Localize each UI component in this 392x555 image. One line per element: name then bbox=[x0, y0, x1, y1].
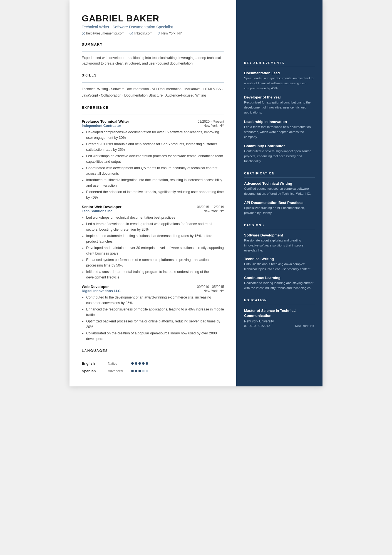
experience-section: EXPERIENCE Freelance Technical Writer 01… bbox=[82, 106, 224, 342]
link-icon bbox=[130, 32, 133, 35]
svg-point-2 bbox=[158, 33, 159, 33]
exp-job-title: Web Developer bbox=[82, 285, 109, 289]
lang-name: Spanish bbox=[82, 369, 101, 373]
achievements-section-title: KEY ACHIEVEMENTS bbox=[244, 61, 315, 65]
exp-bullet: Created 20+ user manuals and help sectio… bbox=[86, 141, 224, 152]
exp-bullet: Initiated a cross-departmental training … bbox=[86, 269, 224, 280]
exp-dates: 09/2010 - 05/2015 bbox=[197, 285, 224, 289]
exp-bullet: Collaborated on the creation of a popula… bbox=[86, 330, 224, 342]
cert-item: Advanced Technical Writing Certified cou… bbox=[244, 181, 315, 196]
achievement-item: Documentation Lead Spearheaded a major d… bbox=[244, 71, 315, 91]
email-contact: help@resumementor.com bbox=[82, 31, 125, 35]
certification-section: CERTIFICATION Advanced Technical Writing… bbox=[244, 172, 315, 216]
exp-bullet: Developed comprehensive documentation fo… bbox=[86, 129, 224, 140]
summary-section: SUMMARY Experienced web developer transi… bbox=[82, 43, 224, 66]
cert-title: Advanced Technical Writing bbox=[244, 181, 315, 186]
lang-dot bbox=[142, 362, 145, 365]
passion-title: Technical Writing bbox=[244, 257, 315, 261]
passion-title: Software Development bbox=[244, 233, 315, 237]
edu-degree: Master of Science in Technical Communica… bbox=[244, 308, 315, 318]
email-icon bbox=[82, 32, 85, 35]
experience-item: Web Developer 09/2010 - 05/2015 Digital … bbox=[82, 285, 224, 342]
cert-items-container: Advanced Technical Writing Certified cou… bbox=[244, 181, 315, 216]
exp-bullet: Implemented automated testing solutions … bbox=[86, 233, 224, 244]
passion-desc: Dedicated to lifelong learning and stayi… bbox=[244, 281, 315, 291]
exp-job-title: Senior Web Developer bbox=[82, 205, 121, 209]
candidate-title: Technical Writer | Software Documentatio… bbox=[82, 25, 224, 29]
exp-bullets-list: Developed comprehensive documentation fo… bbox=[82, 129, 224, 200]
resume-page: GABRIEL BAKER Technical Writer | Softwar… bbox=[70, 0, 322, 386]
exp-sub-header-row: Independent Contractor New York, NY bbox=[82, 124, 224, 128]
achievements-divider bbox=[244, 67, 315, 67]
experience-item: Freelance Technical Writer 01/2020 - Pre… bbox=[82, 119, 224, 200]
edu-items-container: Master of Science in Technical Communica… bbox=[244, 308, 315, 327]
passion-item: Software Development Passionate about ex… bbox=[244, 233, 315, 253]
exp-bullet: Introduced multimedia integration into d… bbox=[86, 177, 224, 188]
achievements-section: KEY ACHIEVEMENTS Documentation Lead Spea… bbox=[244, 61, 315, 164]
exp-bullet: Led workshops on effective documentation… bbox=[86, 153, 224, 164]
header-block: GABRIEL BAKER Technical Writer | Softwar… bbox=[82, 13, 224, 35]
exp-location: New York, NY bbox=[204, 124, 224, 128]
exp-bullet: Led a team of developers in creating rob… bbox=[86, 221, 224, 232]
passions-section: PASSIONS Software Development Passionate… bbox=[244, 223, 315, 291]
left-column: GABRIEL BAKER Technical Writer | Softwar… bbox=[70, 0, 236, 386]
languages-items-container: English Native Spanish Advanced bbox=[82, 361, 224, 373]
achievement-title: Documentation Lead bbox=[244, 71, 315, 75]
edu-dates-row: 01/2010 - 01/2012 New York, NY bbox=[244, 324, 315, 327]
passion-item: Technical Writing Enthusiastic about bre… bbox=[244, 257, 315, 272]
exp-bullets-list: Contributed to the development of an awa… bbox=[82, 295, 224, 342]
exp-company: Tech Solutions Inc. bbox=[82, 209, 113, 213]
achievements-items-container: Documentation Lead Spearheaded a major d… bbox=[244, 71, 315, 164]
lang-dot bbox=[146, 370, 148, 372]
language-item: English Native bbox=[82, 361, 224, 366]
certification-divider bbox=[244, 177, 315, 177]
exp-bullet: Optimized backend processes for major on… bbox=[86, 319, 224, 330]
summary-section-title: SUMMARY bbox=[82, 43, 224, 46]
exp-bullets-list: Led workshops on technical documentation… bbox=[82, 215, 224, 280]
exp-dates: 06/2015 - 12/2019 bbox=[197, 205, 224, 209]
achievement-desc: Spearheaded a major documentation overha… bbox=[244, 76, 315, 91]
achievement-title: Developer of the Year bbox=[244, 95, 315, 99]
cert-title: API Documentation Best Practices bbox=[244, 201, 315, 205]
exp-bullet: Led workshops on technical documentation… bbox=[86, 215, 224, 220]
exp-job-title: Freelance Technical Writer bbox=[82, 119, 129, 124]
exp-header-row: Web Developer 09/2010 - 05/2015 bbox=[82, 285, 224, 289]
exp-header-row: Senior Web Developer 06/2015 - 12/2019 bbox=[82, 205, 224, 209]
experience-item: Senior Web Developer 06/2015 - 12/2019 T… bbox=[82, 205, 224, 280]
education-section-title: EDUCATION bbox=[244, 299, 315, 302]
achievement-title: Community Contributor bbox=[244, 144, 315, 148]
lang-name: English bbox=[82, 361, 101, 366]
experience-divider bbox=[82, 115, 224, 115]
cert-desc: Certified course focused on complex soft… bbox=[244, 186, 315, 196]
lang-dot bbox=[131, 370, 134, 372]
lang-dot bbox=[142, 370, 145, 372]
lang-dots bbox=[131, 370, 148, 372]
exp-bullet: Coordinated with development and QA team… bbox=[86, 165, 224, 176]
exp-header-row: Freelance Technical Writer 01/2020 - Pre… bbox=[82, 119, 224, 124]
languages-divider bbox=[82, 358, 224, 358]
education-divider bbox=[244, 304, 315, 304]
achievement-title: Leadership in Innovation bbox=[244, 120, 315, 124]
lang-dot bbox=[131, 362, 134, 365]
lang-level: Advanced bbox=[108, 369, 125, 373]
lang-dots bbox=[131, 362, 148, 365]
achievement-item: Leadership in Innovation Led a team that… bbox=[244, 120, 315, 139]
lang-dot bbox=[135, 370, 137, 372]
achievement-desc: Contributed to several high-impact open … bbox=[244, 149, 315, 164]
experience-section-title: EXPERIENCE bbox=[82, 106, 224, 110]
passions-section-title: PASSIONS bbox=[244, 223, 315, 227]
passions-items-container: Software Development Passionate about ex… bbox=[244, 233, 315, 291]
edu-dates: 01/2010 - 01/2012 bbox=[244, 324, 270, 327]
skills-section: SKILLS Technical Writing · Software Docu… bbox=[82, 73, 224, 98]
location-contact: New York, NY bbox=[157, 31, 182, 35]
passion-desc: Enthusiastic about breaking down complex… bbox=[244, 262, 315, 272]
lang-dot bbox=[146, 362, 148, 365]
exp-location: New York, NY bbox=[204, 209, 224, 213]
location-icon bbox=[157, 32, 160, 35]
candidate-name: GABRIEL BAKER bbox=[82, 13, 224, 24]
languages-section: LANGUAGES English Native Spanish Advance… bbox=[82, 349, 224, 373]
lang-dot bbox=[135, 362, 137, 365]
exp-bullet: Enhanced system performance of e-commerc… bbox=[86, 257, 224, 268]
exp-location: New York, NY bbox=[204, 289, 224, 293]
education-section: EDUCATION Master of Science in Technical… bbox=[244, 299, 315, 327]
